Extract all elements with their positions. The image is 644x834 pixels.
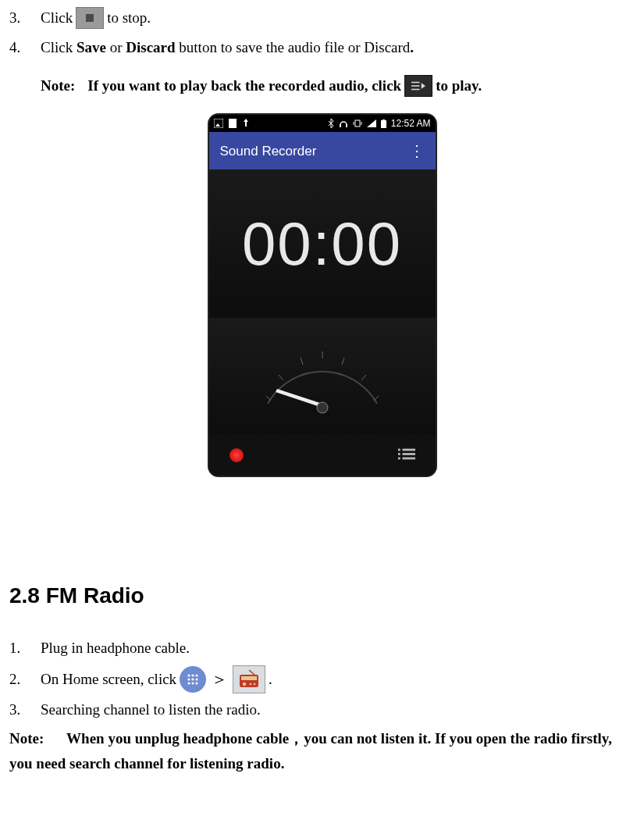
svg-rect-13 (381, 120, 386, 128)
sd-icon (228, 119, 237, 128)
svg-rect-24 (398, 449, 400, 451)
gt-symbol: ＞ (211, 665, 228, 693)
svg-rect-0 (411, 82, 420, 84)
note-post: to play. (436, 74, 482, 98)
text-mid: or (106, 39, 126, 55)
svg-line-20 (361, 375, 366, 380)
status-left (214, 119, 250, 128)
svg-rect-7 (340, 124, 341, 127)
timer-display: 00:00 (209, 169, 436, 318)
svg-point-44 (254, 683, 256, 685)
text-post: to stop. (107, 6, 151, 30)
fm-radio-icon (233, 665, 265, 693)
save-bold: Save (76, 39, 106, 55)
section-heading: 2.8 FM Radio (9, 579, 635, 614)
step-3: 3. Click to stop. (9, 6, 635, 30)
svg-line-17 (301, 358, 303, 365)
svg-point-34 (192, 678, 194, 680)
battery-icon (381, 119, 386, 128)
svg-rect-28 (398, 458, 400, 460)
svg-line-39 (249, 670, 255, 675)
svg-line-16 (279, 375, 283, 380)
text-pre: Click (41, 39, 76, 55)
note-label: Note: (9, 730, 44, 747)
step-body: On Home screen, click ＞ . (41, 665, 635, 693)
step-4: 4. Click Save or Discard button to save … (9, 36, 635, 59)
svg-marker-12 (367, 119, 376, 127)
svg-rect-41 (241, 676, 257, 680)
svg-point-31 (192, 674, 194, 676)
svg-rect-8 (346, 124, 347, 127)
step-number: 3. (9, 6, 41, 30)
dot: . (269, 668, 272, 691)
svg-rect-14 (382, 119, 385, 120)
svg-rect-25 (402, 449, 415, 451)
app-title: Sound Recorder (220, 141, 317, 162)
text-post: button to save the audio file or Discard (176, 39, 411, 55)
step-body: Click to stop. (41, 6, 635, 30)
note-text: When you unplug headphone cable，you can … (9, 730, 612, 772)
stop-icon (76, 7, 104, 29)
svg-marker-22 (276, 389, 322, 408)
headphone-icon (339, 119, 348, 128)
note-pre: If you want to play back the recorded au… (87, 74, 401, 98)
svg-point-36 (188, 682, 190, 684)
svg-rect-2 (411, 89, 420, 91)
step-number: 4. (9, 36, 41, 59)
playlist-icon (404, 75, 432, 97)
note-1: Note: If you want to play back the recor… (41, 74, 635, 98)
apps-icon (180, 666, 206, 693)
step-body: Plug in headphone cable. (41, 636, 635, 660)
fm-step-3: 3. Searching channel to listen the radio… (9, 698, 635, 722)
svg-line-19 (342, 358, 344, 365)
svg-line-21 (374, 396, 379, 401)
phone-screenshot: 12:52 AM Sound Recorder ⋮ 00:00 (9, 113, 635, 484)
image-icon (214, 119, 223, 128)
text-pre: Click (41, 6, 73, 30)
record-button[interactable] (229, 448, 244, 462)
svg-marker-5 (215, 123, 220, 127)
bottom-bar (209, 435, 436, 476)
text-pre: On Home screen, click (41, 668, 176, 691)
fm-step-2: 2. On Home screen, click ＞ . (9, 665, 635, 693)
svg-point-38 (196, 682, 198, 684)
svg-point-23 (317, 402, 328, 413)
note-2: Note: When you unplug headphone cable，yo… (9, 726, 635, 777)
menu-icon[interactable]: ⋮ (409, 138, 425, 163)
fm-step-1: 1. Plug in headphone cable. (9, 636, 635, 660)
status-right: 12:52 AM (328, 116, 431, 131)
vu-meter (209, 318, 436, 435)
svg-point-42 (243, 683, 246, 686)
svg-point-35 (196, 678, 198, 680)
list-button[interactable] (398, 444, 415, 467)
svg-point-43 (250, 683, 252, 685)
usb-icon (242, 119, 250, 128)
svg-rect-29 (402, 458, 415, 460)
svg-marker-3 (422, 83, 425, 89)
svg-point-37 (192, 682, 194, 684)
phone-frame: 12:52 AM Sound Recorder ⋮ 00:00 (208, 113, 437, 477)
fm-steps: 1. Plug in headphone cable. 2. On Home s… (9, 636, 635, 722)
step-body: Click Save or Discard button to save the… (41, 36, 635, 59)
svg-point-32 (196, 674, 198, 676)
dot-bold: . (410, 39, 414, 55)
svg-rect-1 (411, 85, 420, 87)
step-body: Searching channel to listen the radio. (41, 698, 635, 722)
svg-rect-27 (402, 453, 415, 455)
svg-rect-4 (214, 119, 223, 128)
discard-bold: Discard (126, 39, 175, 55)
status-bar: 12:52 AM (209, 115, 436, 132)
step-number: 1. (9, 636, 41, 660)
svg-point-30 (188, 674, 190, 676)
status-time: 12:52 AM (391, 116, 431, 131)
svg-rect-6 (229, 119, 237, 128)
svg-rect-9 (355, 120, 360, 127)
svg-line-15 (266, 396, 271, 401)
vibrate-icon (353, 119, 362, 127)
app-bar: Sound Recorder ⋮ (209, 132, 436, 169)
svg-point-33 (188, 678, 190, 680)
bluetooth-icon (328, 119, 334, 128)
step-number: 3. (9, 698, 41, 722)
step-number: 2. (9, 668, 41, 691)
note-label: Note: (41, 74, 75, 98)
